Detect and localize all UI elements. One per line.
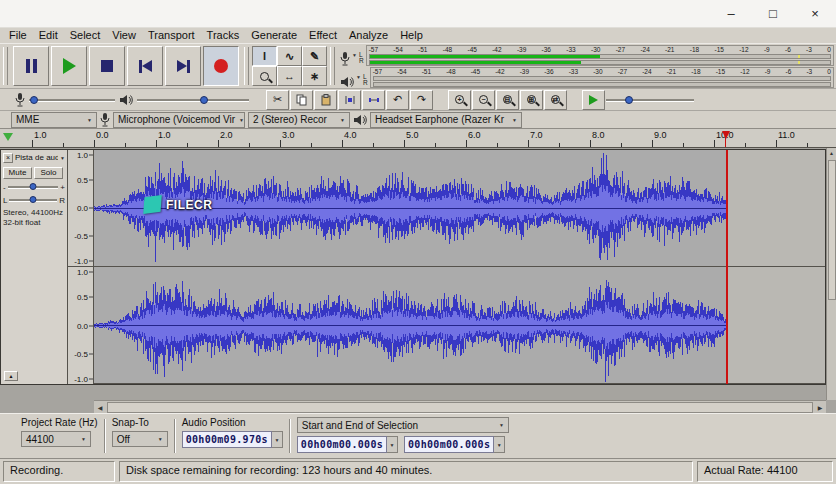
meter-menu-caret-icon[interactable]: ▼ bbox=[352, 52, 357, 58]
toolbar-grip[interactable] bbox=[244, 47, 249, 85]
vertical-scrollbar[interactable]: ▲ bbox=[826, 148, 836, 400]
selection-range-mode-select[interactable]: Start and End of Selection▼ bbox=[297, 417, 509, 433]
vertical-ruler-tick bbox=[89, 353, 93, 354]
zoom-out-button[interactable]: − bbox=[472, 90, 495, 110]
play-speed-slider[interactable] bbox=[606, 94, 694, 106]
slider-thumb[interactable] bbox=[30, 96, 38, 104]
meter-scale-label: -18 bbox=[690, 46, 699, 53]
menu-transport[interactable]: Transport bbox=[142, 28, 201, 43]
time-format-caret-icon[interactable]: ▼ bbox=[272, 431, 283, 448]
toolbar-grip[interactable] bbox=[330, 47, 335, 85]
recording-meter[interactable]: ▼ LR -57-54-51-48-45-42-39-36-33-30-27-2… bbox=[340, 45, 834, 66]
silence-audio-button[interactable] bbox=[362, 90, 385, 110]
track-close-button[interactable]: × bbox=[3, 153, 13, 163]
close-button[interactable]: × bbox=[794, 0, 836, 27]
meter-scale-label: -24 bbox=[640, 46, 649, 53]
timeshift-tool-button[interactable]: ↔ bbox=[277, 66, 302, 86]
paste-button[interactable] bbox=[314, 90, 337, 110]
slider-thumb[interactable] bbox=[625, 96, 633, 104]
envelope-tool-button[interactable]: ∿ bbox=[277, 46, 302, 66]
time-format-caret-icon[interactable]: ▼ bbox=[494, 436, 505, 453]
gain-slider[interactable] bbox=[8, 182, 59, 192]
pause-button[interactable] bbox=[13, 46, 49, 86]
zoom-in-button[interactable]: + bbox=[448, 90, 471, 110]
fit-project-button[interactable]: ⊞ bbox=[520, 90, 543, 110]
mute-button[interactable]: Mute bbox=[3, 167, 32, 179]
speaker-icon bbox=[353, 114, 367, 126]
chevron-down-icon: ▼ bbox=[512, 117, 517, 123]
slider-thumb[interactable] bbox=[30, 183, 37, 190]
audio-host-select[interactable]: MME▼ bbox=[11, 112, 97, 128]
play-at-speed-button[interactable] bbox=[582, 90, 605, 110]
selection-end-field[interactable]: 00h00m00.000s bbox=[404, 436, 494, 453]
toolbar-grip[interactable] bbox=[3, 47, 8, 85]
stop-button[interactable] bbox=[89, 46, 125, 86]
track-collapse-button[interactable]: ▲ bbox=[4, 371, 18, 381]
draw-tool-button[interactable]: ✎ bbox=[302, 46, 327, 66]
recording-volume-slider[interactable] bbox=[29, 94, 115, 106]
audio-position-field[interactable]: 00h00m09.970s bbox=[182, 431, 272, 448]
track-name[interactable]: Pista de audi bbox=[15, 153, 58, 162]
vertical-scroll-thumb[interactable] bbox=[828, 160, 836, 300]
menu-generate[interactable]: Generate bbox=[245, 28, 303, 43]
menu-tracks[interactable]: Tracks bbox=[201, 28, 246, 43]
project-rate-select[interactable]: 44100▼ bbox=[21, 431, 91, 447]
menu-edit[interactable]: Edit bbox=[33, 28, 64, 43]
cut-button[interactable]: ✂ bbox=[266, 90, 289, 110]
ruler-tick-label: 2.0 bbox=[220, 130, 233, 140]
record-button[interactable] bbox=[203, 46, 239, 86]
copy-button[interactable] bbox=[290, 90, 313, 110]
fit-selection-button[interactable]: ⊟ bbox=[496, 90, 519, 110]
selection-start-field[interactable]: 00h00m00.000s bbox=[297, 436, 387, 453]
snap-to-select[interactable]: Off▼ bbox=[112, 431, 168, 447]
timeline-ruler[interactable]: 1.00.01.02.03.04.05.06.07.08.09.010.011.… bbox=[0, 129, 836, 148]
pan-slider[interactable] bbox=[9, 195, 57, 205]
waveform-channel-left[interactable]: FILECR bbox=[94, 150, 825, 267]
playback-meter[interactable]: ▼ LR -57-54-51-48-45-42-39-36-33-30-27-2… bbox=[340, 67, 834, 88]
solo-button[interactable]: Solo bbox=[34, 167, 63, 179]
horizontal-scrollbar[interactable]: ◀ ▶ bbox=[94, 400, 826, 413]
menu-analyze[interactable]: Analyze bbox=[343, 28, 394, 43]
watermark-logo-icon bbox=[143, 195, 162, 214]
menu-view[interactable]: View bbox=[106, 28, 142, 43]
scroll-up-icon[interactable]: ▲ bbox=[829, 148, 834, 158]
skip-to-end-button[interactable] bbox=[165, 46, 201, 86]
skip-to-start-button[interactable] bbox=[127, 46, 163, 86]
maximize-button[interactable]: □ bbox=[752, 0, 794, 27]
trim-audio-button[interactable] bbox=[338, 90, 361, 110]
recording-device-select[interactable]: Microphone (Voicemod Vir▼ bbox=[113, 112, 245, 128]
redo-button[interactable]: ↷ bbox=[410, 90, 433, 110]
meter-menu-caret-icon[interactable]: ▼ bbox=[356, 74, 361, 80]
ruler-tick bbox=[590, 140, 591, 147]
slider-thumb[interactable] bbox=[200, 96, 208, 104]
scroll-right-icon[interactable]: ▶ bbox=[814, 404, 826, 411]
horizontal-scroll-thumb[interactable] bbox=[107, 402, 813, 413]
playback-volume-slider[interactable] bbox=[137, 94, 249, 106]
audio-position-group: Audio Position 00h00m09.970s ▼ bbox=[182, 417, 283, 448]
waveform-display[interactable]: FILECR bbox=[94, 150, 825, 384]
menu-help[interactable]: Help bbox=[394, 28, 429, 43]
recording-channels-select[interactable]: 2 (Stereo) Recor▼ bbox=[248, 112, 350, 128]
playback-device-select[interactable]: Headset Earphone (Razer Kr▼ bbox=[370, 112, 522, 128]
waveform-channel-right[interactable] bbox=[94, 267, 825, 384]
meter-scale-label: -24 bbox=[642, 68, 651, 75]
track-control-panel: × Pista de audi ▼ Mute Solo - + L R bbox=[1, 150, 68, 384]
undo-button[interactable]: ↶ bbox=[386, 90, 409, 110]
play-at-speed-toolbar bbox=[580, 90, 696, 110]
zoom-toggle-button[interactable]: ⇄ bbox=[544, 90, 567, 110]
play-button[interactable] bbox=[51, 46, 87, 86]
track-menu-caret-icon[interactable]: ▼ bbox=[60, 155, 65, 161]
microphone-icon bbox=[340, 52, 350, 66]
menu-effect[interactable]: Effect bbox=[303, 28, 343, 43]
scroll-left-icon[interactable]: ◀ bbox=[94, 404, 106, 411]
zoom-tool-button[interactable] bbox=[252, 66, 277, 86]
menu-file[interactable]: File bbox=[3, 28, 33, 43]
slider-thumb[interactable] bbox=[30, 196, 37, 203]
minimize-button[interactable]: – bbox=[710, 0, 752, 27]
ruler-tick bbox=[94, 140, 95, 147]
menu-select[interactable]: Select bbox=[64, 28, 107, 43]
selection-tool-button[interactable]: I bbox=[252, 46, 277, 66]
multi-tool-button[interactable]: ∗ bbox=[302, 66, 327, 86]
time-format-caret-icon[interactable]: ▼ bbox=[387, 436, 398, 453]
meter-scale-label: -30 bbox=[593, 68, 602, 75]
